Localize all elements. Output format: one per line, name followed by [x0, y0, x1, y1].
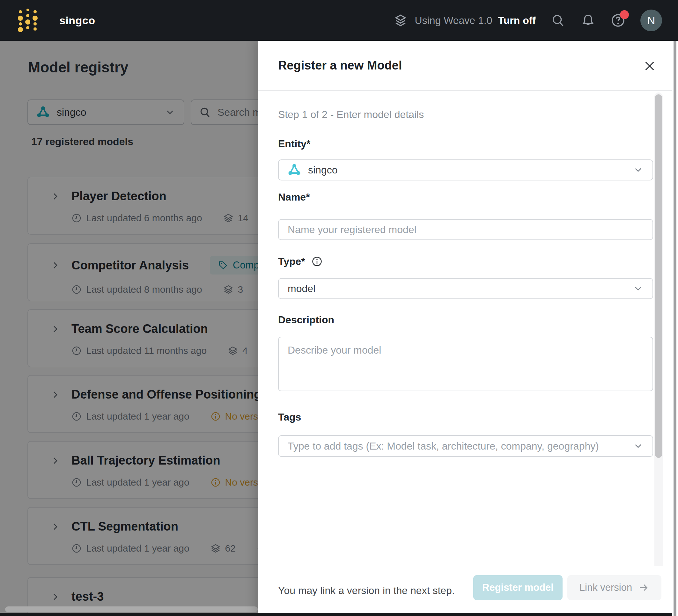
- weave-layers-icon: [393, 13, 408, 28]
- top-navbar: singco Using Weave 1.0 Turn off N: [0, 0, 678, 41]
- close-icon[interactable]: [642, 59, 657, 73]
- description-input[interactable]: [288, 344, 644, 383]
- type-label: Type*: [278, 256, 323, 268]
- entity-label: Entity*: [278, 138, 310, 150]
- notification-dot: [620, 10, 629, 19]
- name-field[interactable]: [278, 219, 653, 240]
- description-label: Description: [278, 314, 334, 326]
- horizontal-scrollbar[interactable]: [5, 607, 258, 612]
- link-version-button[interactable]: Link version: [567, 575, 662, 600]
- chevron-down-icon: [633, 283, 644, 294]
- chevron-down-icon: [633, 164, 644, 176]
- entity-value: singco: [308, 164, 626, 176]
- weave-turn-off-button[interactable]: Turn off: [498, 15, 536, 27]
- tags-input[interactable]: [288, 440, 626, 452]
- window-bottom-edge: [0, 613, 672, 616]
- arrow-right-icon: [638, 582, 649, 593]
- search-icon[interactable]: [551, 13, 566, 28]
- type-value: model: [288, 283, 626, 295]
- browser-scrollbar-thumb[interactable]: [674, 41, 676, 616]
- tags-field[interactable]: [278, 435, 653, 457]
- info-icon[interactable]: [311, 256, 323, 268]
- drawer-title: Register a new Model: [278, 59, 402, 72]
- chevron-down-icon: [633, 440, 644, 452]
- drawer-scrollbar-thumb[interactable]: [655, 94, 662, 458]
- wandb-logo[interactable]: [18, 6, 38, 35]
- name-input[interactable]: [288, 224, 644, 236]
- step-indicator: Step 1 of 2 - Enter model details: [278, 109, 424, 120]
- weave-status-text: Using Weave 1.0: [415, 15, 492, 27]
- register-model-drawer: Register a new Model Step 1 of 2 - Enter…: [258, 41, 678, 616]
- description-field[interactable]: [278, 337, 653, 391]
- workspace-name[interactable]: singco: [59, 14, 96, 27]
- help-icon[interactable]: [610, 13, 626, 28]
- entity-select[interactable]: singco: [278, 159, 653, 181]
- register-model-button[interactable]: Register model: [473, 575, 563, 600]
- type-select[interactable]: model: [278, 278, 653, 299]
- browser-scrollbar[interactable]: [672, 41, 678, 616]
- avatar[interactable]: N: [640, 9, 662, 31]
- drawer-footer: You may link a version in the next step.…: [258, 566, 678, 616]
- tags-label: Tags: [278, 411, 301, 423]
- drawer-header: Register a new Model: [258, 41, 678, 91]
- name-label: Name*: [278, 191, 310, 203]
- team-icon: [288, 163, 301, 177]
- notifications-bell-icon[interactable]: [580, 13, 596, 28]
- footer-hint: You may link a version in the next step.: [278, 585, 455, 596]
